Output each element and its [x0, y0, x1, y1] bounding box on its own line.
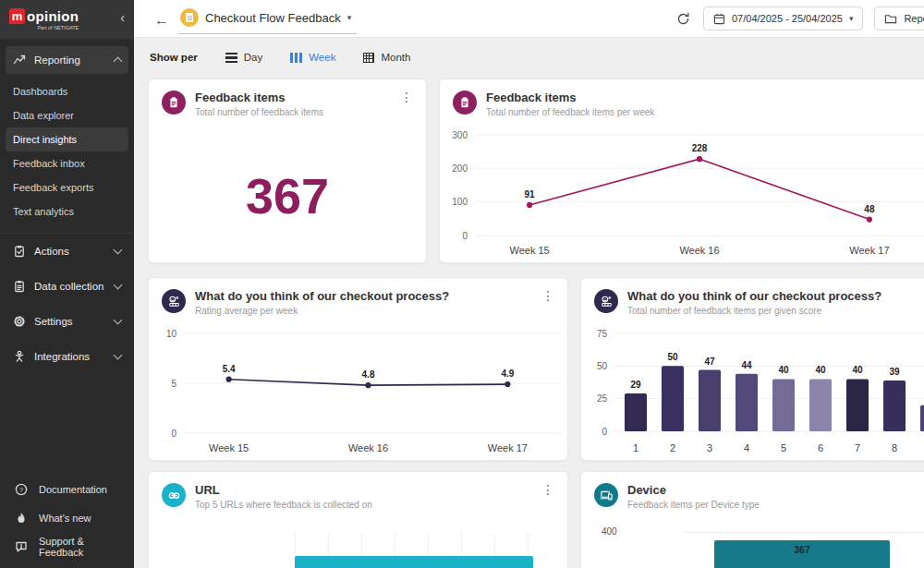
logo-box: m opinion Part of NETIGATE: [9, 8, 79, 30]
card-device: Device Feedback items per Device type 40…: [580, 471, 924, 568]
kebab-menu-icon[interactable]: ⋮: [540, 289, 556, 316]
card-header-text: What do you think of our checkout proces…: [627, 289, 881, 316]
back-arrow-icon[interactable]: ←: [154, 13, 169, 28]
svg-text:3: 3: [707, 442, 712, 453]
footer-item-label: Documentation: [39, 484, 107, 495]
sidebar-section-actions[interactable]: Actions: [6, 237, 128, 265]
card-subtitle: Total number of feedback items per given…: [627, 306, 881, 316]
show-per-month-button[interactable]: Month: [361, 48, 412, 66]
sidebar-item-dashboards[interactable]: Dashboards: [6, 79, 128, 103]
card-feedback-total: Feedback items Total number of feedback …: [148, 79, 427, 263]
sidebar-section-settings[interactable]: Settings: [6, 308, 128, 335]
footer-item-label: What's new: [39, 513, 91, 524]
card-subtitle: Rating average per week: [195, 306, 449, 316]
svg-text:7: 7: [855, 442, 860, 453]
report-title: Checkout Flow Feedback: [205, 11, 341, 25]
svg-text:100: 100: [452, 197, 468, 207]
svg-text:228: 228: [692, 143, 708, 153]
survey-icon: [180, 8, 199, 27]
svg-text:47: 47: [704, 357, 715, 367]
svg-text:200: 200: [452, 163, 468, 174]
sidebar-section-label: Settings: [34, 316, 106, 327]
card-subtitle: Total number of feedback items per week: [486, 107, 654, 117]
line-chart-rating-average: 05105.44.84.9Week 15Week 16Week 17: [150, 322, 566, 459]
svg-text:Week 16: Week 16: [348, 442, 388, 453]
sidebar-section-data-collection[interactable]: Data collection: [6, 272, 128, 300]
flame-icon: [15, 512, 28, 525]
sidebar-item-feedback-inbox[interactable]: Feedback inbox: [6, 151, 128, 175]
date-range-button[interactable]: 07/04/2025 - 25/04/2025 ▾: [703, 6, 863, 30]
kebab-menu-icon[interactable]: ⋮: [398, 91, 415, 117]
link-icon: [162, 483, 186, 507]
svg-text:6: 6: [818, 442, 823, 453]
rows-icon: [225, 53, 237, 63]
clipboard-icon: [453, 91, 477, 115]
sidebar-divider: [0, 233, 134, 234]
report-picker[interactable]: Checkout Flow Feedback ▾: [178, 6, 357, 34]
footer-item-label: Support & Feedback: [39, 536, 119, 558]
svg-text:0: 0: [462, 231, 468, 241]
svg-text:50: 50: [597, 361, 608, 371]
chevron-down-icon: [114, 246, 123, 255]
sidebar-section-integrations[interactable]: Integrations: [6, 343, 128, 370]
svg-text:4.9: 4.9: [501, 369, 514, 379]
svg-text:Week 15: Week 15: [509, 245, 549, 256]
svg-text:0: 0: [171, 429, 176, 439]
sidebar-item-feedback-exports[interactable]: Feedback exports: [6, 175, 128, 199]
svg-text:10: 10: [166, 329, 177, 339]
devices-icon: [594, 483, 618, 507]
sidebar-item-whats-new[interactable]: What's new: [0, 503, 134, 532]
svg-text:5.4: 5.4: [223, 364, 236, 374]
card-title: Device: [627, 483, 760, 498]
line-chart-feedback-per-week: 01002003009122848Week 15Week 16Week 17: [441, 124, 924, 261]
svg-text:4.8: 4.8: [362, 369, 375, 380]
help-circle-icon: ?: [15, 483, 28, 496]
smart-recap-button[interactable]: Report for Smart Recap: [874, 6, 924, 30]
svg-text:5: 5: [171, 379, 176, 389]
show-per-day-button[interactable]: Day: [224, 48, 264, 66]
clipboard-icon: [13, 280, 26, 293]
refresh-button[interactable]: [675, 10, 692, 28]
card-title: What do you think of our checkout proces…: [627, 289, 881, 304]
svg-text:1: 1: [633, 442, 638, 453]
logo[interactable]: m opinion Part of NETIGATE ‹: [0, 0, 134, 39]
card-header-text: URL Top 5 URLs where feedback is collect…: [195, 483, 372, 510]
svg-text:91: 91: [525, 189, 536, 199]
card-header-text: What do you think of our checkout proces…: [195, 289, 449, 316]
sidebar-item-documentation[interactable]: ? Documentation: [0, 475, 134, 503]
svg-text:48: 48: [864, 204, 875, 214]
logo-text: opinion: [27, 8, 79, 24]
bar-chart-score-distribution: 02550752915024734444054064073989: [582, 322, 924, 459]
card-score-distribution: What do you think of our checkout proces…: [580, 277, 924, 461]
kebab-menu-icon[interactable]: ⋮: [540, 483, 556, 510]
card-subtitle: Total number of feedback items: [195, 107, 323, 117]
svg-text:Week 17: Week 17: [849, 245, 889, 256]
svg-text:29: 29: [630, 380, 641, 390]
feedback-total-value: 367: [149, 129, 426, 262]
svg-text:75: 75: [597, 329, 608, 339]
date-range-label: 07/04/2025 - 25/04/2025: [732, 13, 843, 24]
sidebar-section-reporting[interactable]: Reporting: [6, 46, 128, 74]
svg-text:25: 25: [597, 393, 608, 404]
svg-text:300: 300: [452, 130, 468, 140]
svg-text:2: 2: [670, 442, 675, 453]
card-url: URL Top 5 URLs where feedback is collect…: [148, 471, 568, 568]
collapse-sidebar-icon[interactable]: ‹: [120, 10, 125, 25]
card-header-text: Feedback items Total number of feedback …: [195, 91, 323, 117]
chevron-down-icon: [114, 316, 123, 325]
show-per-toolbar: Show per Day Week Month: [134, 37, 924, 78]
sidebar: m opinion Part of NETIGATE ‹ Reporting D…: [0, 0, 134, 568]
smart-recap-label: Report for Smart Recap: [904, 13, 924, 24]
svg-text:8: 8: [892, 442, 897, 453]
grid-icon: [363, 53, 374, 63]
sidebar-item-data-explorer[interactable]: Data explorer: [6, 103, 128, 127]
main-area: ← Checkout Flow Feedback ▾ 07/04/2025 - …: [134, 0, 924, 568]
sidebar-item-support-feedback[interactable]: Support & Feedback: [0, 532, 134, 561]
show-per-week-button[interactable]: Week: [288, 48, 337, 66]
mopinion-logo-icon: m: [9, 8, 25, 24]
gear-icon: [13, 315, 26, 328]
sidebar-item-text-analytics[interactable]: Text analytics: [6, 199, 128, 224]
option-label: Month: [381, 52, 410, 63]
sidebar-item-direct-insights[interactable]: Direct insights: [6, 127, 128, 151]
chevron-down-icon: [114, 281, 123, 290]
